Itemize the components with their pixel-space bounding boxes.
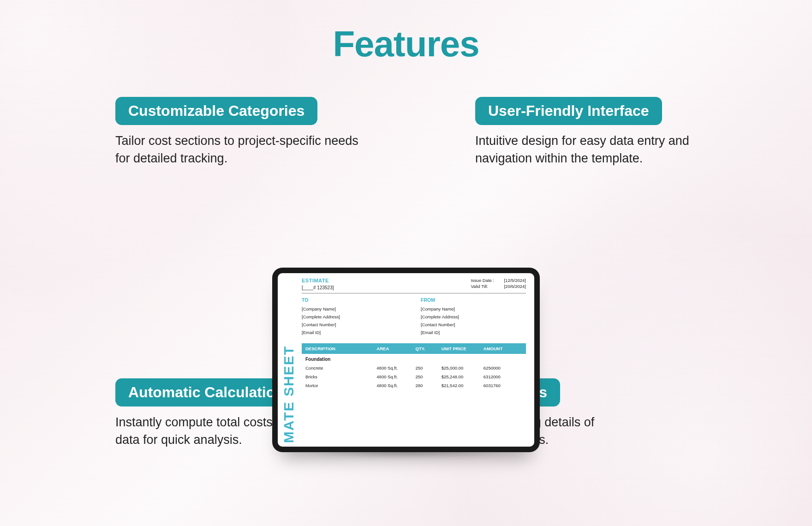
- from-contact: [Contact Number]: [421, 322, 526, 327]
- cell-amount: 6031760: [484, 383, 522, 388]
- estimate-table: DESCRIPTION AREA QTY. UNIT PRICE AMOUNT …: [302, 343, 526, 390]
- to-contact: [Contact Number]: [302, 322, 407, 327]
- valid-till-value: [20/6/2024]: [504, 284, 526, 289]
- cell-desc: Concrete: [305, 365, 376, 371]
- th-unit-price: UNIT PRICE: [442, 346, 484, 351]
- tablet-frame: MATE SHEET ESTIMATE [____# 123523] Issue…: [272, 268, 540, 452]
- from-heading: FROM: [421, 297, 526, 303]
- from-company: [Company Name]: [421, 306, 526, 311]
- cell-qty: 280: [416, 383, 442, 388]
- th-amount: AMOUNT: [484, 346, 522, 351]
- divider: [302, 293, 526, 293]
- to-company: [Company Name]: [302, 306, 407, 311]
- table-header: DESCRIPTION AREA QTY. UNIT PRICE AMOUNT: [302, 343, 526, 354]
- cell-area: 4800 Sq.ft.: [376, 365, 415, 371]
- estimate-sheet: ESTIMATE [____# 123523] Issue Date : [12…: [300, 273, 534, 447]
- feature-desc: Tailor cost sections to project-specific…: [115, 132, 374, 167]
- issue-date-value: [12/5/2024]: [504, 278, 526, 283]
- from-column: FROM [Company Name] [Complete Address] […: [421, 297, 526, 338]
- tablet-screen: MATE SHEET ESTIMATE [____# 123523] Issue…: [278, 273, 534, 447]
- to-address: [Complete Address]: [302, 314, 407, 319]
- estimate-block: ESTIMATE [____# 123523]: [302, 278, 334, 290]
- table-row: Mortor 4800 Sq.ft. 280 $21,542.00 603176…: [302, 381, 526, 390]
- cell-unit: $25,248.00: [442, 374, 484, 379]
- feature-pill: Customizable Categories: [115, 97, 317, 125]
- feature-customizable-categories: Customizable Categories Tailor cost sect…: [115, 97, 374, 167]
- to-column: TO [Company Name] [Complete Address] [Co…: [302, 297, 407, 338]
- cell-qty: 250: [416, 374, 442, 379]
- cell-amount: 6250000: [484, 365, 522, 371]
- cell-unit: $25,000.00: [442, 365, 484, 371]
- estimate-number: [____# 123523]: [302, 285, 334, 290]
- table-section: Foundation: [302, 354, 526, 364]
- feature-desc: Intuitive design for easy data entry and…: [475, 132, 734, 167]
- features-grid: Customizable Categories Tailor cost sect…: [0, 92, 812, 526]
- from-email: [Email ID]: [421, 330, 526, 335]
- cell-qty: 250: [416, 365, 442, 371]
- th-area: AREA: [376, 346, 415, 351]
- feature-user-friendly-interface: User-Friendly Interface Intuitive design…: [475, 97, 734, 167]
- th-qty: QTY.: [416, 346, 442, 351]
- cell-desc: Mortor: [305, 383, 376, 388]
- cell-unit: $21,542.00: [442, 383, 484, 388]
- cell-area: 4800 Sq.ft.: [376, 383, 415, 388]
- estimate-heading: ESTIMATE: [302, 278, 334, 283]
- to-email: [Email ID]: [302, 330, 407, 335]
- from-address: [Complete Address]: [421, 314, 526, 319]
- sheet-side-title: MATE SHEET: [278, 273, 300, 447]
- valid-till-label: Valid Till:: [471, 284, 497, 289]
- page-title: Features: [0, 0, 812, 65]
- issue-date-label: Issue Date :: [471, 278, 497, 283]
- cell-amount: 6312000: [484, 374, 522, 379]
- sheet-side-title-text: MATE SHEET: [281, 346, 297, 443]
- th-description: DESCRIPTION: [305, 346, 376, 351]
- table-row: Bricks 4800 Sq.ft. 250 $25,248.00 631200…: [302, 372, 526, 381]
- tablet-mockup: MATE SHEET ESTIMATE [____# 123523] Issue…: [272, 268, 540, 452]
- feature-pill: User-Friendly Interface: [475, 97, 662, 125]
- cell-area: 4800 Sq.ft.: [376, 374, 415, 379]
- dates-block: Issue Date : [12/5/2024] Valid Till: [20…: [471, 278, 526, 290]
- to-heading: TO: [302, 297, 407, 303]
- table-row: Concrete 4800 Sq.ft. 250 $25,000.00 6250…: [302, 364, 526, 372]
- cell-desc: Bricks: [305, 374, 376, 379]
